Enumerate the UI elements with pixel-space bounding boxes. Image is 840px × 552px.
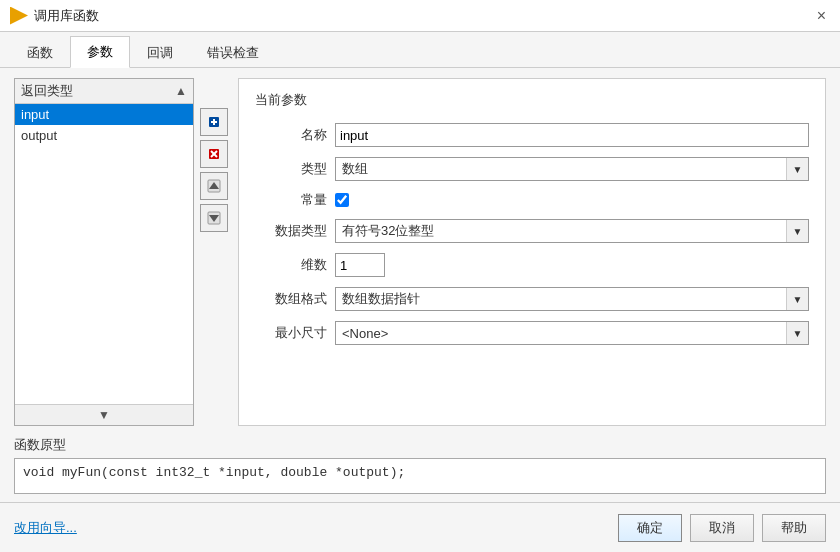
min-size-row: 最小尺寸 <None> ▼ xyxy=(255,321,809,345)
prototype-code: void myFun(const int32_t *input, double … xyxy=(14,458,826,494)
list-box-header: 返回类型 ▲ xyxy=(15,79,193,104)
name-input[interactable] xyxy=(335,123,809,147)
name-label: 名称 xyxy=(255,126,335,144)
list-box-header-text: 返回类型 xyxy=(21,82,73,100)
move-down-button[interactable] xyxy=(200,204,228,232)
left-panel: 返回类型 ▲ input output ▼ xyxy=(14,78,228,426)
dialog-title: 调用库函数 xyxy=(34,7,99,25)
bottom-bar: 改用向导... 确定 取消 帮助 xyxy=(0,502,840,552)
add-button[interactable] xyxy=(200,108,228,136)
app-icon xyxy=(10,7,28,25)
data-type-select-arrow-icon[interactable]: ▼ xyxy=(786,220,808,242)
type-select[interactable]: 数组 ▼ xyxy=(335,157,809,181)
close-button[interactable]: × xyxy=(813,8,830,24)
constant-checkbox[interactable] xyxy=(335,193,349,207)
type-select-arrow-icon[interactable]: ▼ xyxy=(786,158,808,180)
data-type-select[interactable]: 有符号32位整型 ▼ xyxy=(335,219,809,243)
data-type-row: 数据类型 有符号32位整型 ▼ xyxy=(255,219,809,243)
min-size-select-value: <None> xyxy=(336,324,786,343)
tab-params[interactable]: 参数 xyxy=(70,36,130,68)
prototype-section: 函数原型 void myFun(const int32_t *input, do… xyxy=(14,436,826,494)
list-item-input[interactable]: input xyxy=(15,104,193,125)
list-item-output[interactable]: output xyxy=(15,125,193,146)
right-panel-title: 当前参数 xyxy=(255,91,809,109)
button-column xyxy=(200,78,228,426)
cancel-button[interactable]: 取消 xyxy=(690,514,754,542)
scroll-up-arrow-icon: ▲ xyxy=(175,84,187,98)
dimension-input[interactable] xyxy=(335,253,385,277)
list-box: 返回类型 ▲ input output ▼ xyxy=(14,78,194,426)
array-format-select-arrow-icon[interactable]: ▼ xyxy=(786,288,808,310)
content-row: 返回类型 ▲ input output ▼ xyxy=(14,78,826,426)
data-type-select-value: 有符号32位整型 xyxy=(336,220,786,242)
remove-icon xyxy=(206,146,222,162)
scroll-down-arrow-icon: ▼ xyxy=(15,404,193,425)
prototype-label: 函数原型 xyxy=(14,436,826,454)
array-format-select[interactable]: 数组数据指针 ▼ xyxy=(335,287,809,311)
constant-label: 常量 xyxy=(255,191,335,209)
title-bar-left: 调用库函数 xyxy=(10,7,99,25)
title-bar: 调用库函数 × xyxy=(0,0,840,32)
array-format-label: 数组格式 xyxy=(255,290,335,308)
constant-checkbox-wrapper xyxy=(335,193,349,207)
dimension-label: 维数 xyxy=(255,256,335,274)
tab-func[interactable]: 函数 xyxy=(10,37,70,68)
data-type-label: 数据类型 xyxy=(255,222,335,240)
up-icon xyxy=(206,178,222,194)
main-content: 返回类型 ▲ input output ▼ xyxy=(0,68,840,502)
tab-error-check[interactable]: 错误检查 xyxy=(190,37,276,68)
type-select-value: 数组 xyxy=(336,158,786,180)
help-button[interactable]: 帮助 xyxy=(762,514,826,542)
add-icon xyxy=(206,114,222,130)
tab-callback[interactable]: 回调 xyxy=(130,37,190,68)
remove-button[interactable] xyxy=(200,140,228,168)
confirm-button[interactable]: 确定 xyxy=(618,514,682,542)
array-format-select-value: 数组数据指针 xyxy=(336,288,786,310)
down-icon xyxy=(206,210,222,226)
wizard-link[interactable]: 改用向导... xyxy=(14,519,77,537)
min-size-select[interactable]: <None> ▼ xyxy=(335,321,809,345)
list-items-container: input output xyxy=(15,104,193,404)
type-row: 类型 数组 ▼ xyxy=(255,157,809,181)
dimension-row: 维数 xyxy=(255,253,809,277)
type-label: 类型 xyxy=(255,160,335,178)
min-size-label: 最小尺寸 xyxy=(255,324,335,342)
array-format-row: 数组格式 数组数据指针 ▼ xyxy=(255,287,809,311)
right-panel: 当前参数 名称 类型 数组 ▼ 常量 xyxy=(238,78,826,426)
min-size-select-arrow-icon[interactable]: ▼ xyxy=(786,322,808,344)
name-row: 名称 xyxy=(255,123,809,147)
tab-bar: 函数 参数 回调 错误检查 xyxy=(0,32,840,68)
move-up-button[interactable] xyxy=(200,172,228,200)
constant-row: 常量 xyxy=(255,191,809,209)
bottom-right-buttons: 确定 取消 帮助 xyxy=(618,514,826,542)
